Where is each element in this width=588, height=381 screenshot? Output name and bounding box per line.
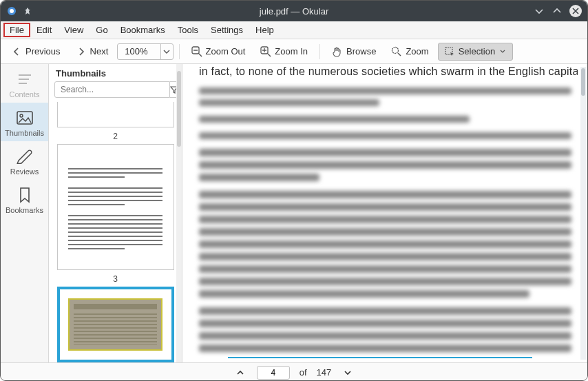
- selection-label: Selection: [459, 46, 495, 56]
- thumbnail-page-3[interactable]: [57, 144, 174, 270]
- chevron-down-icon[interactable]: [498, 49, 507, 54]
- menu-file[interactable]: File: [3, 23, 30, 37]
- page-number-input[interactable]: [257, 366, 290, 380]
- zoom-tool-button[interactable]: Zoom: [385, 43, 434, 61]
- thumbnails-search-row: [49, 81, 182, 102]
- minimize-button[interactable]: [534, 6, 545, 17]
- chevron-left-icon: [11, 46, 22, 57]
- page-content: in fact, to none of the numerous societi…: [189, 64, 578, 362]
- thumbnails-panel: Thumbnails 2 3: [49, 64, 182, 362]
- contents-icon: [15, 71, 34, 87]
- previous-button[interactable]: Previous: [5, 43, 67, 61]
- zoom-tool-label: Zoom: [406, 46, 428, 56]
- hand-icon: [332, 46, 343, 57]
- menu-help[interactable]: Help: [249, 23, 280, 37]
- close-button[interactable]: [569, 5, 582, 17]
- sidebar-tab-bookmarks-label: Bookmarks: [6, 206, 43, 214]
- page-of-label: of: [300, 367, 307, 378]
- window-controls: [534, 5, 582, 17]
- toolbar: Previous Next 100% Zoom Out Zoom In Brow…: [1, 39, 587, 64]
- chevron-down-icon[interactable]: [160, 44, 173, 59]
- blurred-paragraph: [199, 191, 575, 298]
- pin-icon[interactable]: [23, 6, 32, 16]
- page-nav-bar: of 147: [1, 362, 587, 381]
- zoom-in-icon: [260, 46, 271, 57]
- sidebar-tab-reviews[interactable]: Reviews: [1, 141, 48, 180]
- menu-bookmarks[interactable]: Bookmarks: [114, 23, 171, 37]
- page-down-button[interactable]: [341, 366, 355, 380]
- menu-settings[interactable]: Settings: [204, 23, 249, 37]
- svg-point-9: [392, 47, 399, 53]
- blurred-paragraph: [199, 87, 575, 106]
- selection-icon: [444, 46, 455, 57]
- thumbnail-page-2[interactable]: [57, 102, 174, 127]
- app-icon: [6, 6, 17, 17]
- zoom-out-icon: [191, 46, 202, 57]
- zoom-combo[interactable]: 100%: [117, 43, 173, 60]
- browse-label: Browse: [346, 46, 376, 56]
- zoom-out-label: Zoom Out: [206, 46, 246, 56]
- thumbnail-text-preview: [68, 168, 163, 249]
- sidebar-tab-thumbnails-label: Thumbnails: [5, 129, 44, 137]
- thumbnails-header: Thumbnails: [49, 64, 182, 81]
- menu-view[interactable]: View: [58, 23, 90, 37]
- page-footer-rule: [228, 357, 532, 358]
- thumbnails-scrollbar[interactable]: [176, 64, 182, 362]
- bookmarks-icon: [15, 187, 34, 203]
- svg-line-8: [268, 54, 271, 56]
- zoom-in-label: Zoom In: [275, 46, 308, 56]
- previous-label: Previous: [25, 46, 61, 56]
- main-area: Contents Thumbnails Reviews Bookmarks Th…: [1, 64, 587, 362]
- sidebar-tabs: Contents Thumbnails Reviews Bookmarks: [1, 64, 49, 362]
- thumbnail-page-4-current[interactable]: [57, 287, 174, 362]
- menu-edit[interactable]: Edit: [30, 23, 58, 37]
- window-titlebar: jule.pdf — Okular: [1, 1, 587, 21]
- zoom-out-button[interactable]: Zoom Out: [185, 43, 252, 61]
- thumbnails-list[interactable]: 2 3: [49, 102, 182, 362]
- document-view[interactable]: in fact, to none of the numerous societi…: [182, 64, 587, 362]
- thumbnails-search-input[interactable]: [54, 81, 170, 98]
- menu-go[interactable]: Go: [90, 23, 114, 37]
- zoom-tool-icon: [391, 46, 402, 57]
- visible-text-line: in fact, to none of the numerous societi…: [199, 65, 575, 78]
- scrollbar-grip[interactable]: [177, 71, 181, 147]
- document-scrollbar[interactable]: [580, 67, 586, 360]
- blurred-paragraph: [199, 116, 575, 123]
- thumbnail-page-3-number: 3: [113, 274, 118, 284]
- sidebar-tab-contents[interactable]: Contents: [1, 64, 48, 103]
- chevron-right-icon: [76, 46, 87, 57]
- maximize-button[interactable]: [552, 6, 563, 17]
- menubar: File Edit View Go Bookmarks Tools Settin…: [1, 21, 587, 39]
- toolbar-separator: [179, 44, 180, 59]
- page-up-button[interactable]: [233, 366, 247, 380]
- toolbar-separator: [319, 44, 320, 59]
- page-total: 147: [317, 367, 332, 378]
- menu-tools[interactable]: Tools: [171, 23, 204, 37]
- sidebar-tab-bookmarks[interactable]: Bookmarks: [1, 180, 48, 218]
- svg-line-4: [199, 54, 202, 56]
- reviews-icon: [15, 148, 34, 165]
- thumbnail-page-2-number: 2: [113, 132, 118, 141]
- thumbnails-icon: [15, 110, 34, 126]
- next-button[interactable]: Next: [70, 43, 115, 61]
- blurred-paragraph: [199, 307, 575, 352]
- svg-point-1: [10, 9, 14, 13]
- thumbnail-selection-highlight: [70, 300, 161, 349]
- blurred-paragraph: [199, 132, 575, 139]
- sidebar-tab-thumbnails[interactable]: Thumbnails: [1, 103, 48, 141]
- browse-button[interactable]: Browse: [326, 43, 382, 61]
- scrollbar-grip[interactable]: [581, 68, 585, 96]
- blurred-paragraph: [199, 149, 575, 181]
- next-label: Next: [90, 46, 109, 56]
- selection-button[interactable]: Selection: [438, 43, 513, 61]
- sidebar-tab-reviews-label: Reviews: [10, 167, 39, 176]
- svg-point-16: [20, 114, 23, 117]
- sidebar-tab-contents-label: Contents: [9, 90, 39, 99]
- zoom-value: 100%: [118, 46, 160, 56]
- zoom-in-button[interactable]: Zoom In: [254, 43, 314, 61]
- svg-line-10: [398, 53, 401, 56]
- window-title: jule.pdf — Okular: [1, 6, 587, 17]
